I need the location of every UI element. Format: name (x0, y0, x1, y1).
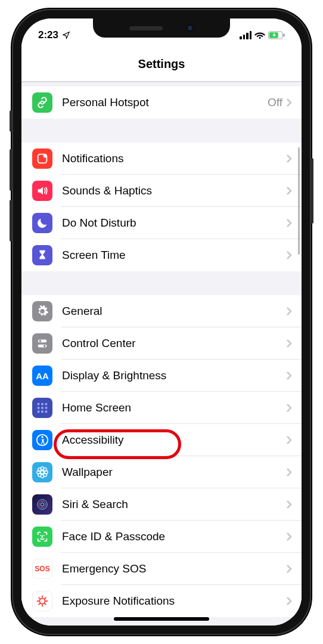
row-label: Do Not Disturb (62, 216, 286, 230)
svg-point-6 (39, 340, 42, 342)
row-label: Control Center (62, 337, 286, 350)
row-label: General (62, 305, 286, 318)
gear-icon (32, 301, 52, 321)
row-sounds-haptics[interactable]: Sounds & Haptics (21, 175, 302, 207)
svg-rect-14 (45, 407, 48, 409)
battery-charging-icon (268, 31, 285, 39)
row-label: Exposure Notifications (62, 595, 286, 608)
scroll-indicator (298, 147, 300, 255)
row-label: Wallpaper (62, 466, 286, 479)
power-button (310, 158, 313, 224)
link-icon (32, 92, 52, 113)
svg-rect-11 (45, 403, 48, 405)
face-icon (32, 527, 52, 547)
svg-point-30 (39, 501, 46, 508)
chevron-right-icon (286, 532, 292, 541)
svg-point-33 (44, 535, 45, 536)
svg-rect-12 (38, 407, 40, 409)
moon-icon (32, 213, 52, 233)
chevron-right-icon (286, 371, 292, 380)
page-title: Settings (138, 57, 185, 71)
svg-rect-17 (45, 411, 48, 413)
row-personal-hotspot[interactable]: Personal Hotspot Off (21, 86, 302, 119)
row-label: Display & Brightness (62, 369, 286, 382)
status-time: 2:23 (38, 29, 58, 41)
svg-rect-16 (41, 411, 44, 413)
svg-rect-9 (38, 403, 40, 405)
notification-icon (32, 148, 52, 169)
chevron-right-icon (286, 98, 292, 107)
row-label: Siri & Search (62, 498, 286, 511)
row-home-screen[interactable]: Home Screen (21, 392, 302, 424)
svg-point-8 (44, 345, 46, 347)
row-label: Screen Time (62, 249, 286, 262)
notch (93, 18, 230, 38)
nav-bar: Settings (21, 47, 302, 82)
svg-point-20 (41, 470, 44, 474)
cellular-signal-icon (240, 31, 251, 39)
row-label: Face ID & Passcode (62, 530, 286, 543)
row-control-center[interactable]: Control Center (21, 327, 302, 360)
chevron-right-icon (286, 218, 292, 228)
chevron-right-icon (286, 435, 292, 445)
siri-icon (32, 494, 52, 515)
chevron-right-icon (286, 564, 292, 574)
row-exposure-notifications[interactable]: Exposure Notifications (21, 585, 302, 617)
row-emergency-sos[interactable]: SOS Emergency SOS (21, 553, 302, 585)
aa-icon: AA (32, 366, 52, 386)
chevron-right-icon (286, 467, 292, 477)
wifi-icon (254, 30, 265, 41)
svg-rect-13 (41, 407, 44, 409)
phone-frame: 2:23 Settings (12, 9, 311, 635)
row-label: Sounds & Haptics (62, 184, 286, 197)
svg-point-19 (41, 436, 43, 438)
row-label: Notifications (62, 152, 286, 165)
row-label: Personal Hotspot (62, 96, 268, 109)
earpiece-speaker (129, 26, 163, 30)
row-wallpaper[interactable]: Wallpaper (21, 456, 302, 488)
row-face-id-passcode[interactable]: Face ID & Passcode (21, 521, 302, 553)
svg-point-31 (41, 503, 44, 506)
settings-list[interactable]: Personal Hotspot Off Notifications (21, 82, 302, 626)
svg-point-34 (39, 598, 45, 603)
row-screen-time[interactable]: Screen Time (21, 239, 302, 271)
front-camera (187, 24, 194, 32)
row-general[interactable]: General (21, 295, 302, 327)
location-icon (62, 31, 70, 39)
row-accessibility[interactable]: Accessibility (21, 424, 302, 456)
svg-point-32 (40, 535, 41, 536)
speaker-icon (32, 181, 52, 201)
row-notifications[interactable]: Notifications (21, 143, 302, 175)
chevron-right-icon (286, 403, 292, 413)
chevron-right-icon (286, 250, 292, 260)
mute-switch (10, 110, 13, 132)
chevron-right-icon (286, 500, 292, 509)
volume-up-button (10, 149, 13, 191)
row-label: Emergency SOS (62, 562, 286, 575)
chevron-right-icon (286, 596, 292, 606)
svg-rect-2 (283, 33, 284, 37)
svg-point-4 (44, 154, 47, 157)
hourglass-icon (32, 245, 52, 265)
screen: 2:23 Settings (21, 18, 302, 626)
sos-icon: SOS (32, 559, 52, 579)
volume-down-button (10, 200, 13, 242)
toggles-icon (32, 333, 52, 354)
chevron-right-icon (286, 339, 292, 348)
row-siri-search[interactable]: Siri & Search (21, 488, 302, 521)
flower-icon (32, 462, 52, 482)
grid-icon (32, 398, 52, 418)
row-do-not-disturb[interactable]: Do Not Disturb (21, 207, 302, 239)
row-value: Off (268, 96, 282, 109)
svg-rect-10 (41, 403, 44, 405)
home-indicator[interactable] (114, 617, 209, 621)
chevron-right-icon (286, 186, 292, 196)
chevron-right-icon (286, 306, 292, 316)
row-display-brightness[interactable]: AA Display & Brightness (21, 360, 302, 392)
svg-rect-15 (38, 411, 40, 413)
row-label: Accessibility (62, 434, 286, 447)
accessibility-icon (32, 430, 52, 450)
virus-icon (32, 591, 52, 611)
chevron-right-icon (286, 154, 292, 163)
row-label: Home Screen (62, 401, 286, 414)
